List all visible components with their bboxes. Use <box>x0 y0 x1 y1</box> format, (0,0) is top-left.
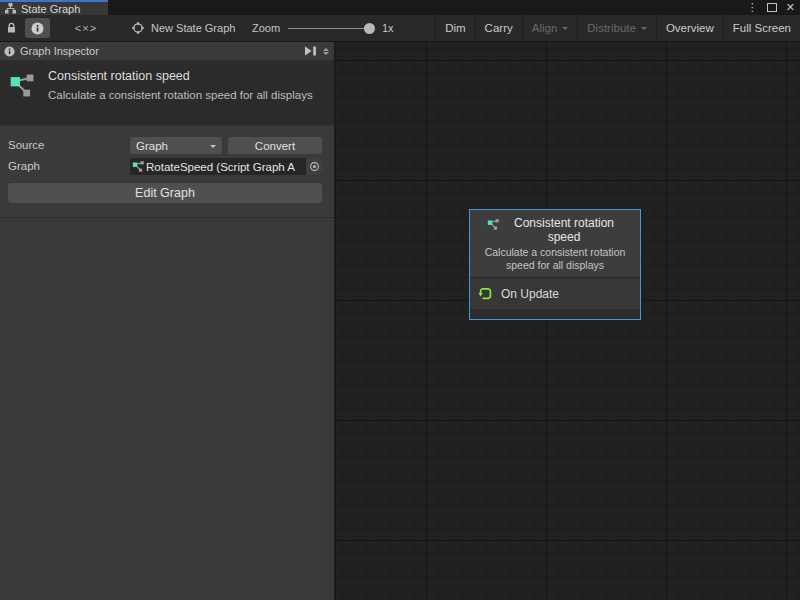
graph-canvas[interactable]: Consistent rotation speed Calculate a co… <box>336 42 800 600</box>
tab-state-graph[interactable]: State Graph <box>0 0 108 15</box>
overview-button[interactable]: Overview <box>656 15 723 41</box>
dim-button[interactable]: Dim <box>435 15 474 41</box>
distribute-label: Distribute <box>587 22 636 34</box>
zoom-slider-handle[interactable] <box>364 23 375 34</box>
script-graph-icon <box>487 218 500 231</box>
new-state-graph-label: New State Graph <box>151 22 235 34</box>
zoom-value: 1x <box>382 15 394 41</box>
state-node-footer <box>470 309 640 319</box>
overview-label: Overview <box>666 22 714 34</box>
graph-field-label: Graph <box>8 160 40 172</box>
code-view-icon: <×> <box>75 22 97 34</box>
chevron-down-icon <box>641 27 647 33</box>
source-dropdown[interactable]: Graph <box>130 137 222 154</box>
full-screen-label: Full Screen <box>733 22 791 34</box>
carry-button[interactable]: Carry <box>475 15 522 41</box>
zoom-label: Zoom <box>252 15 280 41</box>
chevron-down-icon <box>210 145 216 151</box>
convert-label: Convert <box>255 140 295 152</box>
full-screen-button[interactable]: Full Screen <box>723 15 800 41</box>
state-node-header: Consistent rotation speed Calculate a co… <box>470 210 640 278</box>
graph-title: Consistent rotation speed <box>48 69 190 83</box>
window-menu-icon[interactable]: ⋮ <box>747 2 758 13</box>
object-picker-button[interactable] <box>306 158 322 175</box>
state-node-title: Consistent rotation speed <box>505 216 623 244</box>
lock-icon <box>6 22 17 34</box>
convert-button[interactable]: Convert <box>228 137 322 154</box>
graph-inspector-header: Graph Inspector <box>0 42 334 61</box>
lock-button[interactable] <box>6 15 17 41</box>
state-node-event-row[interactable]: On Update <box>470 278 640 309</box>
state-node-description: Calculate a consistent rotation speed fo… <box>474 246 636 272</box>
info-icon <box>4 46 15 57</box>
graph-object-value: RotateSpeed (Script Graph A <box>146 161 306 173</box>
inspector-toggle-button[interactable] <box>25 18 50 38</box>
new-graph-icon <box>131 21 145 35</box>
source-field-label: Source <box>8 139 44 151</box>
script-graph-icon <box>9 72 36 99</box>
align-button: Align <box>522 15 578 41</box>
source-dropdown-value: Graph <box>136 140 168 152</box>
chevron-down-icon <box>562 27 568 33</box>
new-state-graph-button[interactable]: New State Graph <box>131 15 235 41</box>
chevron-up-icon <box>323 45 329 51</box>
state-graph-icon <box>5 3 16 14</box>
graph-object-field[interactable]: RotateSpeed (Script Graph A <box>130 158 322 175</box>
zoom-slider-track[interactable] <box>288 28 372 29</box>
align-label: Align <box>532 22 558 34</box>
dock-toggle-icon[interactable] <box>304 46 317 56</box>
distribute-button: Distribute <box>577 15 656 41</box>
graph-summary-box: Consistent rotation speed Calculate a co… <box>0 61 334 126</box>
on-update-label: On Update <box>501 287 559 301</box>
on-update-icon <box>478 286 493 301</box>
window-close-icon[interactable]: ✕ <box>786 2 795 13</box>
chevron-down-icon <box>323 52 329 58</box>
toolbar-right-group: Dim Carry Align Distribute Overview Full… <box>435 15 800 41</box>
graph-inspector-panel: Graph Inspector Consistent rotation spee… <box>0 42 336 600</box>
info-icon <box>31 22 44 35</box>
object-picker-icon <box>309 161 320 172</box>
edit-graph-label: Edit Graph <box>135 186 195 200</box>
state-node-consistent-rotation-speed[interactable]: Consistent rotation speed Calculate a co… <box>469 209 641 320</box>
graph-inspector-title: Graph Inspector <box>20 45 99 57</box>
graph-description: Calculate a consistent rotation speed fo… <box>48 88 320 103</box>
carry-label: Carry <box>485 22 513 34</box>
panel-scroll-spinner[interactable] <box>323 45 330 58</box>
graph-toolbar: <×> New State Graph Zoom 1x Dim Carry Al… <box>0 15 800 42</box>
dim-label: Dim <box>445 22 465 34</box>
edit-graph-button[interactable]: Edit Graph <box>8 183 322 203</box>
window-tab-bar: State Graph ⋮ ✕ <box>0 0 800 15</box>
code-view-button[interactable]: <×> <box>64 15 108 41</box>
panel-divider <box>0 217 334 218</box>
window-maximize-icon[interactable] <box>767 3 777 12</box>
script-graph-icon <box>132 160 145 173</box>
tab-title: State Graph <box>21 3 80 15</box>
